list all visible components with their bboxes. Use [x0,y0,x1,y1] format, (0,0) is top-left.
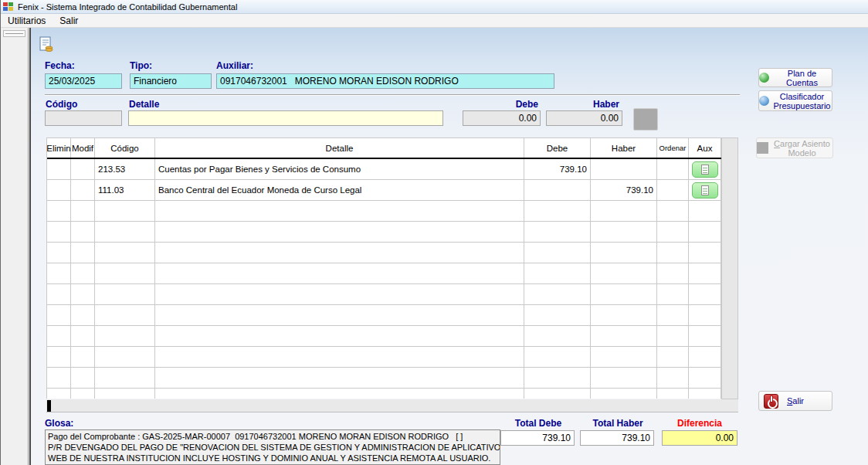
aux-document-icon [701,165,709,175]
table-vertical-scrollbar[interactable] [721,137,738,399]
cell-codigo [95,347,155,367]
table-row[interactable] [47,368,721,389]
fecha-field[interactable]: 25/03/2025 [45,73,122,89]
table-row[interactable] [47,243,721,263]
tipo-label: Tipo: [130,60,152,71]
cell-detalle [155,326,524,346]
cell-elimin [47,159,71,179]
auxiliar-field[interactable]: 0917046732001 MORENO MORAN EDISON RODRIG… [216,73,554,89]
cell-detalle [155,243,524,263]
cell-ordenar [657,201,689,221]
table-row[interactable]: 213.53Cuentas por Pagar Bienes y Servici… [47,159,721,180]
total-debe-label: Total Debe [500,418,576,429]
cell-haber [591,326,657,346]
cell-ordenar [657,305,689,325]
cell-codigo [95,222,155,242]
cell-detalle [155,222,524,242]
aux-button[interactable] [692,182,718,199]
cell-aux [689,389,721,399]
plan-de-cuentas-button[interactable]: Plan de Cuentas [758,68,832,87]
tipo-field[interactable]: Financiero [130,73,212,89]
app-logo-icon [3,2,14,12]
cell-aux [689,368,721,388]
cell-elimin [47,347,71,367]
aux-button[interactable] [692,161,718,178]
table-row[interactable] [47,326,721,347]
header-ordenar: Ordenar [657,138,689,158]
cell-debe: 739.10 [524,159,591,179]
cell-haber [591,284,657,304]
table-horizontal-scrollbar[interactable] [46,399,738,412]
cell-elimin [47,389,71,399]
cell-aux [689,180,721,200]
row-indicator [47,400,51,412]
cell-debe [524,326,591,346]
table-row[interactable] [47,347,721,368]
main-panel: Fecha: 25/03/2025 Tipo: Financiero Auxil… [29,28,868,465]
cell-aux [689,347,721,367]
haber-label: Haber [548,99,619,110]
cell-modif [71,368,95,388]
debe-label: Debe [464,99,538,110]
cell-modif [71,201,95,221]
table-row[interactable] [47,222,721,243]
cell-codigo [95,368,155,388]
cell-elimin [47,263,71,283]
table-row[interactable] [47,263,721,284]
cell-ordenar [657,243,689,263]
cell-debe [524,201,591,221]
glosa-label: Glosa: [45,418,73,429]
cell-ordenar [657,284,689,304]
debe-field: 0.00 [463,110,541,126]
cell-debe [524,180,591,200]
table-row[interactable]: 111.03Banco Central del Ecuador Moneda d… [47,180,721,201]
cell-elimin [47,326,71,346]
menu-utilitarios[interactable]: Utilitarios [1,15,53,27]
detalle-field[interactable] [128,110,443,126]
cell-ordenar [657,159,689,179]
cell-elimin [47,305,71,325]
add-entry-button-disabled [633,108,658,131]
auxiliar-label: Auxiliar: [216,60,253,71]
cell-ordenar [657,222,689,242]
table-row[interactable] [47,284,721,305]
glosa-line: WEB DE NUESTRA INSTITUCION INCLUYE HOSTI… [48,453,497,463]
cell-debe [524,222,591,242]
cell-modif [71,180,95,200]
table-row[interactable] [47,305,721,326]
cell-codigo [95,389,155,399]
cell-detalle [155,284,524,304]
cell-debe [524,347,591,367]
green-sphere-icon [759,73,769,83]
sidebar-grip[interactable] [3,30,25,37]
table-row[interactable] [47,201,721,222]
voucher-coins-icon[interactable] [38,36,55,53]
cell-aux [689,243,721,263]
glosa-textbox[interactable]: Pago del Comprobante : GAS-2025-MAR-0000… [45,429,500,465]
cell-aux [689,326,721,346]
cell-haber [591,368,657,388]
cell-modif [71,159,95,179]
cell-aux [689,305,721,325]
table-row[interactable] [47,389,721,399]
plan-de-cuentas-label: Plan de Cuentas [772,69,832,87]
cell-detalle [155,389,524,399]
header-modif: Modif [71,138,95,158]
menu-salir[interactable]: Salir [53,15,85,27]
header-haber: Haber [591,138,657,158]
cell-aux [689,263,721,283]
cell-codigo: 213.53 [95,159,155,179]
total-haber-field: 739.10 [580,430,654,446]
cell-detalle [155,347,524,367]
cell-haber [591,389,657,399]
diferencia-field: 0.00 [662,430,737,446]
cell-aux [689,284,721,304]
cell-debe [524,284,591,304]
cell-aux [689,222,721,242]
salir-button[interactable]: Salir [758,391,832,411]
cell-haber [591,159,657,179]
clasificador-presupuestario-button[interactable]: Clasificador Presupuestario [758,90,832,111]
cell-codigo [95,201,155,221]
cell-haber [591,263,657,283]
cell-ordenar [657,180,689,200]
